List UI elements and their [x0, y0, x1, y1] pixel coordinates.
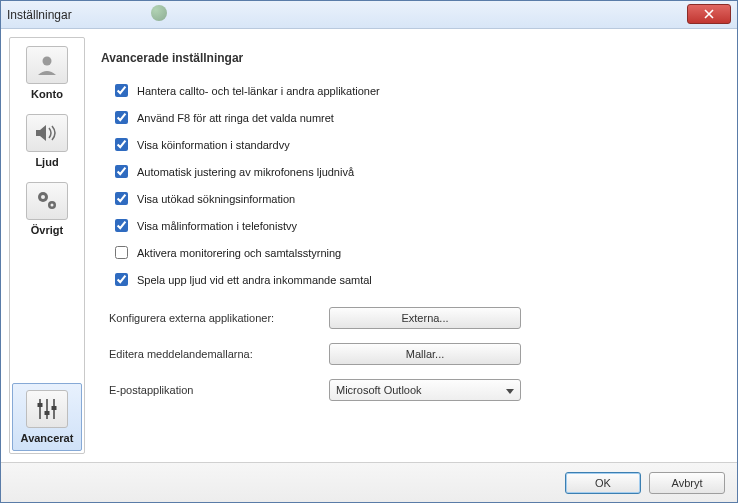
sidebar-spacer: [12, 244, 82, 381]
sidebar-item-label: Avancerat: [21, 432, 74, 444]
speaker-icon: [26, 114, 68, 152]
checkbox-row: Automatisk justering av mikrofonens ljud…: [111, 162, 717, 181]
window-title: Inställningar: [7, 8, 72, 22]
checkbox-label: Aktivera monitorering och samtalsstyrnin…: [137, 247, 341, 259]
checkbox-play-sound[interactable]: [115, 273, 128, 286]
titlebar: Inställningar: [1, 1, 737, 29]
checkbox-label: Visa målinformation i telefonistvy: [137, 220, 297, 232]
sidebar-item-sound[interactable]: Ljud: [12, 108, 82, 174]
checkbox-row: Visa målinformation i telefonistvy: [111, 216, 717, 235]
sidebar-item-advanced[interactable]: Avancerat: [12, 383, 82, 451]
checkbox-label: Automatisk justering av mikrofonens ljud…: [137, 166, 354, 178]
svg-rect-9: [45, 411, 50, 415]
config-label: Konfigurera externa applikationer:: [109, 312, 329, 324]
svg-point-4: [51, 204, 54, 207]
checkbox-label: Använd F8 för att ringa det valda numret: [137, 112, 334, 124]
checkbox-handle-links[interactable]: [115, 84, 128, 97]
checkbox-monitoring[interactable]: [115, 246, 128, 259]
config-row-templates: Editera meddelandemallarna: Mallar...: [109, 343, 717, 365]
sliders-icon: [26, 390, 68, 428]
config-section: Konfigurera externa applikationer: Exter…: [109, 307, 717, 401]
sidebar-item-label: Konto: [31, 88, 63, 100]
sidebar-item-other[interactable]: Övrigt: [12, 176, 82, 242]
checkbox-row: Visa utökad sökningsinformation: [111, 189, 717, 208]
checkbox-row: Använd F8 för att ringa det valda numret: [111, 108, 717, 127]
gears-icon: [26, 182, 68, 220]
config-label: Editera meddelandemallarna:: [109, 348, 329, 360]
user-icon: [26, 46, 68, 84]
config-row-external: Konfigurera externa applikationer: Exter…: [109, 307, 717, 329]
background-app-icon: [151, 5, 167, 21]
checkbox-auto-mic[interactable]: [115, 165, 128, 178]
templates-button[interactable]: Mallar...: [329, 343, 521, 365]
checkbox-label: Spela upp ljud vid ett andra inkommande …: [137, 274, 372, 286]
checkbox-label: Visa utökad sökningsinformation: [137, 193, 295, 205]
footer: OK Avbryt: [1, 462, 737, 502]
sidebar: Konto Ljud Övrigt Avancerat: [9, 37, 85, 454]
checkbox-row: Visa köinformation i standardvy: [111, 135, 717, 154]
sidebar-item-label: Övrigt: [31, 224, 63, 236]
checkbox-extended-search[interactable]: [115, 192, 128, 205]
svg-point-0: [43, 57, 52, 66]
checkbox-label: Hantera callto- och tel-länkar i andra a…: [137, 85, 380, 97]
checkbox-queue-info[interactable]: [115, 138, 128, 151]
checkbox-row: Hantera callto- och tel-länkar i andra a…: [111, 81, 717, 100]
external-apps-button[interactable]: Externa...: [329, 307, 521, 329]
sidebar-item-label: Ljud: [35, 156, 58, 168]
config-row-email: E-postapplikation Microsoft Outlook: [109, 379, 717, 401]
checkbox-target-info[interactable]: [115, 219, 128, 232]
window-body: Konto Ljud Övrigt Avancerat: [1, 29, 737, 462]
svg-rect-8: [38, 403, 43, 407]
svg-point-2: [41, 195, 45, 199]
ok-button[interactable]: OK: [565, 472, 641, 494]
checkbox-group: Hantera callto- och tel-länkar i andra a…: [111, 81, 717, 289]
content-panel: Avancerade inställningar Hantera callto-…: [89, 37, 729, 454]
sidebar-item-account[interactable]: Konto: [12, 40, 82, 106]
config-label: E-postapplikation: [109, 384, 329, 396]
close-icon: [704, 9, 714, 19]
settings-window: Inställningar Konto Ljud: [0, 0, 738, 503]
content-heading: Avancerade inställningar: [101, 51, 717, 65]
checkbox-label: Visa köinformation i standardvy: [137, 139, 290, 151]
svg-rect-10: [52, 406, 57, 410]
close-button[interactable]: [687, 4, 731, 24]
checkbox-row: Spela upp ljud vid ett andra inkommande …: [111, 270, 717, 289]
cancel-button[interactable]: Avbryt: [649, 472, 725, 494]
background-app-tab: [151, 5, 171, 21]
checkbox-row: Aktivera monitorering och samtalsstyrnin…: [111, 243, 717, 262]
checkbox-f8-dial[interactable]: [115, 111, 128, 124]
email-app-select[interactable]: Microsoft Outlook: [329, 379, 521, 401]
